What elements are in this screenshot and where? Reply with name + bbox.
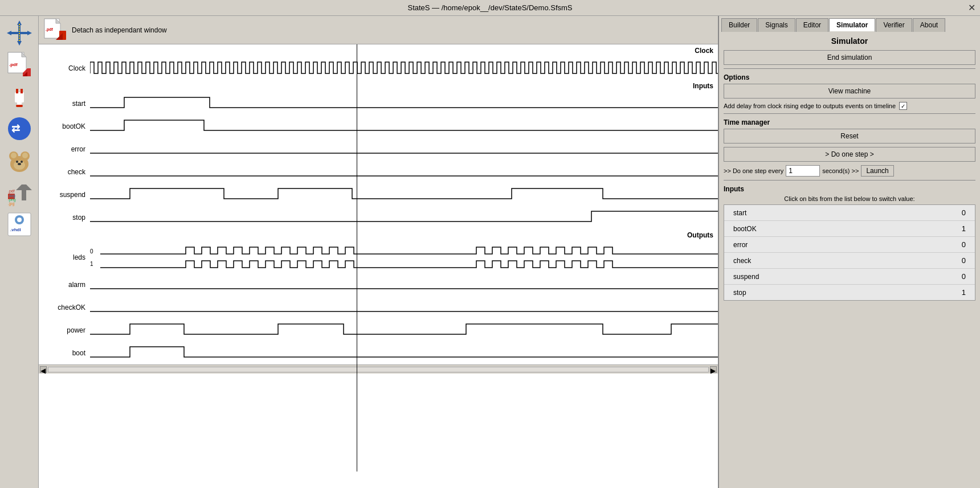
detach-label: Detach as independant window bbox=[72, 26, 167, 34]
tab-simulator[interactable]: Simulator bbox=[829, 18, 875, 32]
leds-sub1: 1 bbox=[90, 261, 100, 267]
tab-builder[interactable]: Builder bbox=[721, 18, 757, 32]
svg-rect-19 bbox=[16, 105, 23, 107]
scroll-right[interactable]: ▶ bbox=[710, 366, 717, 373]
clock-row: Clock bbox=[39, 57, 718, 80]
main-layout: .pdf ⇄ bbox=[0, 16, 980, 488]
leds-row: leds 0 1 bbox=[39, 241, 718, 273]
delay-label: Add delay from clock rising edge to outp… bbox=[724, 102, 896, 109]
close-button[interactable]: ✕ bbox=[968, 2, 975, 13]
suspend-wave bbox=[90, 186, 718, 203]
boot-wave bbox=[90, 345, 718, 362]
input-start-label: start bbox=[733, 209, 746, 217]
step-suffix: second(s) >> bbox=[822, 167, 859, 174]
input-suspend-value: 0 bbox=[962, 272, 966, 281]
tabs-row: Builder Signals Editor Simulator Verifie… bbox=[719, 16, 980, 32]
step-prefix: >> Do one step every bbox=[724, 167, 783, 174]
step-input[interactable] bbox=[786, 165, 820, 177]
svg-point-40 bbox=[17, 218, 22, 222]
input-row-start[interactable]: start 0 bbox=[724, 205, 975, 221]
svg-rect-18 bbox=[21, 89, 23, 93]
input-row-stop[interactable]: stop 1 bbox=[724, 285, 975, 300]
input-check-label: check bbox=[733, 257, 751, 265]
separator2 bbox=[724, 113, 975, 114]
simulator-title: Simulator bbox=[724, 36, 975, 46]
tab-verifier[interactable]: Verifier bbox=[876, 18, 912, 32]
vhdl-icon[interactable]: .vhdl bbox=[5, 210, 34, 239]
alarm-row: alarm bbox=[39, 273, 718, 296]
bootok-row: bootOK bbox=[39, 115, 718, 138]
scroll-left[interactable]: ◀ bbox=[40, 366, 47, 373]
input-bootok-value: 1 bbox=[962, 224, 966, 233]
svg-text:.jpg: .jpg bbox=[8, 202, 14, 206]
separator1 bbox=[724, 68, 975, 69]
start-row: start bbox=[39, 92, 718, 115]
signal-area[interactable]: Clock Clock Inputs start bbox=[39, 44, 718, 488]
tab-about[interactable]: About bbox=[913, 18, 945, 32]
usb1-icon[interactable] bbox=[5, 82, 34, 112]
time-manager-label: Time manager bbox=[724, 118, 975, 126]
clock-section-label: Clock bbox=[90, 47, 718, 55]
input-row-suspend[interactable]: suspend 0 bbox=[724, 269, 975, 285]
reset-button[interactable]: Reset bbox=[724, 129, 975, 143]
do-one-step-button[interactable]: > Do one step > bbox=[724, 147, 975, 162]
input-stop-label: stop bbox=[733, 289, 746, 297]
leds-label: leds bbox=[73, 253, 85, 261]
usb2-icon[interactable]: ⇄ bbox=[5, 114, 34, 143]
window-title: StateS — /home/epok__/dev/StateS/Demo.Sf… bbox=[407, 3, 572, 12]
error-row: error bbox=[39, 138, 718, 161]
suspend-row: suspend bbox=[39, 183, 718, 206]
svg-point-26 bbox=[22, 153, 28, 158]
check-wave bbox=[90, 163, 718, 181]
input-bootok-label: bootOK bbox=[733, 225, 757, 233]
check-label: check bbox=[39, 168, 90, 176]
export-icon[interactable]: .pdf .svg .png .jpg bbox=[5, 178, 34, 207]
checkok-wave bbox=[90, 299, 718, 316]
horizontal-scrollbar[interactable]: ◀ ▶ bbox=[39, 364, 718, 374]
pdf-icon[interactable]: .pdf bbox=[5, 50, 34, 80]
input-error-label: error bbox=[733, 241, 748, 249]
bootok-wave bbox=[90, 118, 718, 135]
power-row: power bbox=[39, 319, 718, 342]
checkok-label: checkOK bbox=[39, 304, 90, 311]
alarm-wave bbox=[90, 276, 718, 293]
input-suspend-label: suspend bbox=[733, 273, 759, 281]
outputs-section-label: Outputs bbox=[90, 231, 718, 239]
auto-step-row: >> Do one step every second(s) >> Launch bbox=[724, 165, 975, 177]
launch-button[interactable]: Launch bbox=[861, 165, 893, 177]
end-simulation-button[interactable]: End simulation bbox=[724, 50, 975, 65]
inputs-panel-label: Inputs bbox=[724, 185, 975, 193]
delay-checkbox[interactable] bbox=[899, 102, 907, 110]
toolbar-pdf-icon: .pdf bbox=[43, 18, 67, 42]
input-row-error[interactable]: error 0 bbox=[724, 237, 975, 253]
leds-sub0: 0 bbox=[90, 248, 100, 255]
input-row-check[interactable]: check 0 bbox=[724, 253, 975, 269]
input-error-value: 0 bbox=[962, 240, 966, 249]
delay-option-row: Add delay from clock rising edge to outp… bbox=[724, 102, 975, 110]
tab-editor[interactable]: Editor bbox=[796, 18, 828, 32]
add-icon[interactable] bbox=[5, 18, 34, 48]
boot-label: boot bbox=[39, 349, 90, 357]
svg-text:.vhdl: .vhdl bbox=[10, 227, 21, 232]
bear-icon[interactable] bbox=[5, 146, 34, 175]
check-row: check bbox=[39, 161, 718, 183]
svg-text:.pdf: .pdf bbox=[9, 62, 18, 67]
svg-point-25 bbox=[11, 153, 17, 158]
input-stop-value: 1 bbox=[962, 288, 966, 297]
outputs-section-header: Outputs bbox=[39, 229, 718, 241]
input-start-value: 0 bbox=[962, 208, 966, 217]
checkok-row: checkOK bbox=[39, 296, 718, 319]
view-machine-button[interactable]: View machine bbox=[724, 84, 975, 99]
input-check-value: 0 bbox=[962, 256, 966, 265]
tab-signals[interactable]: Signals bbox=[758, 18, 795, 32]
power-label: power bbox=[39, 326, 90, 334]
suspend-label: suspend bbox=[39, 191, 90, 199]
stop-row: stop bbox=[39, 206, 718, 229]
inputs-list: start 0 bootOK 1 error 0 check 0 suspend bbox=[724, 204, 975, 301]
simulator-panel: Simulator End simulation Options View ma… bbox=[719, 32, 980, 488]
input-row-bootok[interactable]: bootOK 1 bbox=[724, 221, 975, 237]
svg-point-28 bbox=[16, 161, 18, 163]
inputs-section-header: Inputs bbox=[39, 80, 718, 92]
separator3 bbox=[724, 180, 975, 181]
title-bar: StateS — /home/epok__/dev/StateS/Demo.Sf… bbox=[0, 0, 980, 16]
